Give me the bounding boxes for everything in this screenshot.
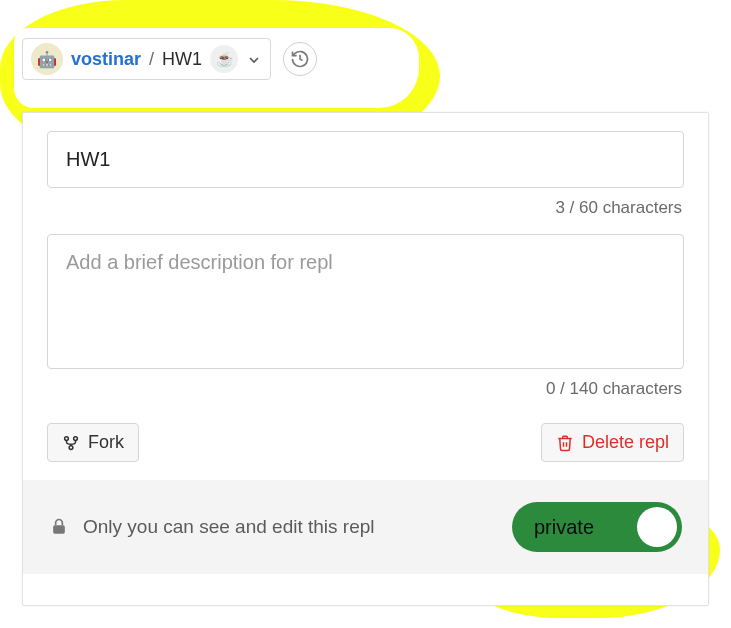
trash-icon xyxy=(556,432,574,453)
svg-point-1 xyxy=(74,437,78,441)
description-char-count: 0 / 140 characters xyxy=(47,379,682,399)
breadcrumb: 🤖 vostinar / HW1 ☕ xyxy=(22,38,317,80)
privacy-message-wrap: Only you can see and edit this repl xyxy=(49,516,375,538)
privacy-toggle-label: private xyxy=(534,516,594,539)
privacy-bar: Only you can see and edit this repl priv… xyxy=(23,480,708,574)
history-icon[interactable] xyxy=(283,42,317,76)
fork-button[interactable]: Fork xyxy=(47,423,139,462)
breadcrumb-repl-name: HW1 xyxy=(162,49,202,70)
toggle-knob-icon xyxy=(637,507,677,547)
svg-point-0 xyxy=(65,437,69,441)
breadcrumb-separator: / xyxy=(149,49,154,70)
delete-button-label: Delete repl xyxy=(582,432,669,453)
chevron-down-icon[interactable] xyxy=(246,50,262,68)
svg-point-2 xyxy=(69,446,73,450)
user-avatar-icon: 🤖 xyxy=(31,43,63,75)
repl-description-input[interactable] xyxy=(47,234,684,369)
lock-icon xyxy=(49,517,69,537)
actions-row: Fork Delete repl xyxy=(47,423,684,462)
privacy-toggle[interactable]: private xyxy=(512,502,682,552)
svg-rect-3 xyxy=(53,525,65,533)
language-java-icon: ☕ xyxy=(210,45,238,73)
breadcrumb-box: 🤖 vostinar / HW1 ☕ xyxy=(22,38,271,80)
repl-settings-panel: 3 / 60 characters 0 / 140 characters For… xyxy=(22,112,709,606)
title-char-count: 3 / 60 characters xyxy=(47,198,682,218)
fork-button-label: Fork xyxy=(88,432,124,453)
breadcrumb-user-link[interactable]: vostinar xyxy=(71,49,141,70)
privacy-message: Only you can see and edit this repl xyxy=(83,516,375,538)
fork-icon xyxy=(62,432,80,453)
repl-title-input[interactable] xyxy=(47,131,684,188)
delete-repl-button[interactable]: Delete repl xyxy=(541,423,684,462)
